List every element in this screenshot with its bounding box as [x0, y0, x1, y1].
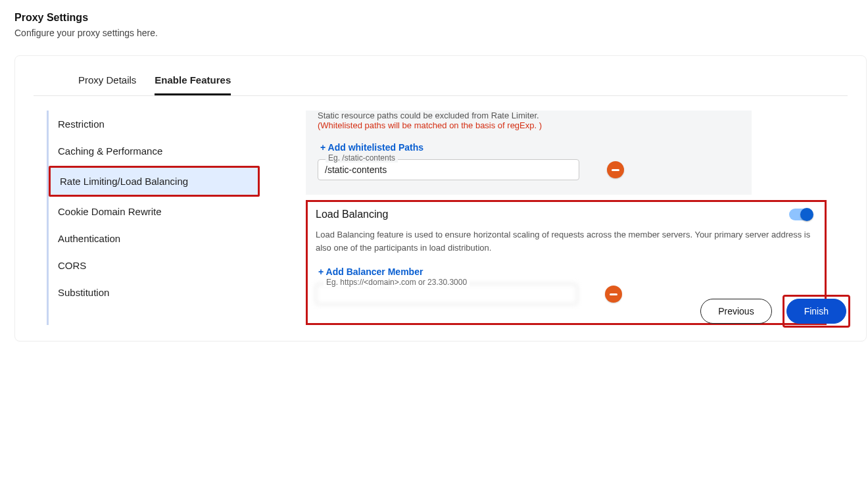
rate-limiter-hint-static: Static resource paths could be excluded … [318, 111, 740, 120]
remove-whitelist-path-button[interactable] [607, 161, 624, 178]
feature-sidebar: Restriction Caching & Performance Rate L… [47, 111, 262, 325]
sidebar-item-cookie-rewrite[interactable]: Cookie Domain Rewrite [49, 198, 262, 225]
add-whitelisted-paths-link[interactable]: + Add whitelisted Paths [320, 142, 740, 153]
finish-button[interactable]: Finish [786, 299, 846, 324]
tab-proxy-details[interactable]: Proxy Details [78, 74, 136, 95]
sidebar-item-authentication[interactable]: Authentication [49, 225, 262, 252]
rate-limiter-hint-regex: (Whitelisted paths will be matched on th… [318, 120, 740, 130]
sidebar-item-cors[interactable]: CORS [49, 252, 262, 279]
load-balancing-toggle[interactable] [789, 209, 813, 220]
previous-button[interactable]: Previous [700, 299, 771, 324]
add-balancer-member-link[interactable]: + Add Balancer Member [318, 266, 813, 277]
whitelist-path-legend: Eg. /static-contents [326, 153, 398, 163]
balancer-member-legend: Eg. https://<domain>.com or 23.30.3000 [324, 278, 470, 287]
load-balancing-description: Load Balancing feature is used to ensure… [316, 228, 813, 255]
tabs: Proxy Details Enable Features [34, 56, 848, 96]
page-title: Proxy Settings [14, 12, 854, 24]
tab-enable-features[interactable]: Enable Features [155, 74, 231, 95]
balancer-member-field-wrap: Eg. https://<domain>.com or 23.30.3000 [316, 284, 577, 305]
sidebar-item-rate-limiting[interactable]: Rate Limiting/Load Balancing [49, 166, 260, 197]
whitelist-path-field-wrap: Eg. /static-contents [318, 159, 579, 180]
sidebar-item-substitution[interactable]: Substitution [49, 279, 262, 306]
minus-icon [612, 169, 619, 171]
toggle-knob-icon [800, 208, 813, 221]
page-subtitle: Configure your proxy settings here. [14, 28, 854, 38]
sidebar-item-caching[interactable]: Caching & Performance [49, 138, 262, 164]
load-balancing-title: Load Balancing [316, 209, 388, 220]
sidebar-item-restriction[interactable]: Restriction [49, 111, 262, 138]
rate-limiter-panel: Static resource paths could be excluded … [306, 111, 752, 195]
finish-highlight: Finish [783, 295, 850, 328]
minus-icon [610, 293, 617, 295]
settings-card: Proxy Details Enable Features Restrictio… [14, 55, 867, 341]
footer-actions: Previous Finish [700, 295, 850, 328]
remove-balancer-member-button[interactable] [605, 286, 622, 303]
